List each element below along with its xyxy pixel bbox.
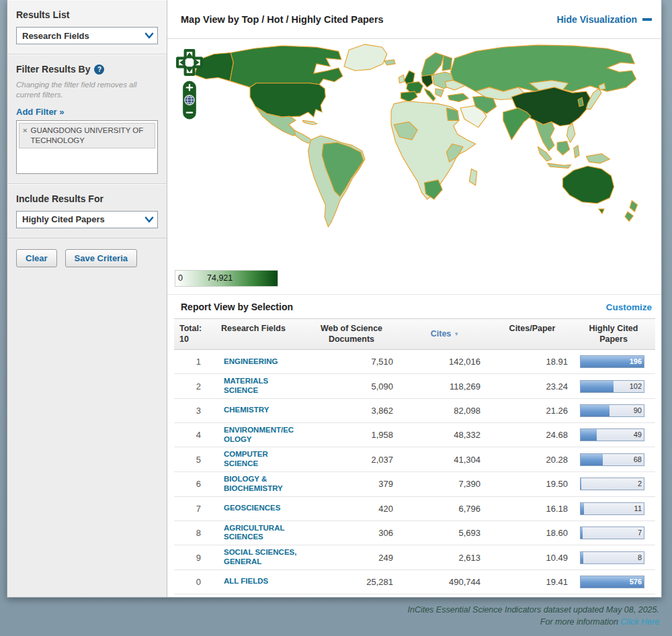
row-rank: 1	[174, 354, 208, 369]
table-row: 7 GEOSCIENCES 420 6,796 16.18 11	[174, 497, 655, 521]
row-bar: 102	[580, 380, 644, 393]
row-field-link[interactable]: ALL FIELDS	[210, 577, 299, 586]
row-cites-per-paper: 20.28	[489, 452, 576, 467]
hide-visualization-link[interactable]: Hide Visualization	[556, 14, 652, 25]
help-icon[interactable]: ?	[94, 64, 104, 75]
filter-tag: × GUANGDONG UNIVERSITY OF TECHNOLOGY	[19, 123, 155, 148]
total-header: Total: 10	[174, 319, 208, 349]
map-pan-control[interactable]	[175, 48, 204, 77]
filter-tag-label: GUANGDONG UNIVERSITY OF TECHNOLOGY	[30, 126, 151, 146]
row-cites: 82,098	[401, 403, 489, 418]
row-field-link[interactable]: COMPUTER SCIENCE	[210, 450, 299, 469]
row-bar-fill	[581, 527, 583, 539]
island-borneo	[557, 141, 570, 155]
row-bar: 576	[580, 576, 644, 588]
collapse-icon	[642, 18, 652, 21]
table-row: 6 BIOLOGY & BIOCHEMISTRY 379 7,390 19.50…	[174, 472, 655, 497]
add-filter-link[interactable]: Add Filter »	[16, 107, 65, 117]
row-field-link[interactable]: SOCIAL SCIENCES, GENERAL	[210, 548, 299, 567]
row-bar: 68	[580, 453, 644, 466]
row-bar-fill	[581, 552, 583, 563]
row-bar-fill	[581, 405, 610, 416]
row-rank: 3	[174, 403, 208, 418]
row-bar: 2	[580, 478, 644, 490]
column-header-cites-per-paper[interactable]: Cites/Paper	[489, 319, 576, 349]
column-header-highly-cited[interactable]: Highly Cited Papers	[576, 319, 651, 349]
dataset-updated-text: InCites Essential Science Indicators dat…	[7, 604, 659, 616]
column-header-cites[interactable]: Cites ▼	[401, 319, 489, 349]
table-row: 2 MATERIALS SCIENCE 5,090 118,269 23.24 …	[174, 374, 655, 399]
chevron-down-icon	[144, 32, 154, 39]
country-iceland	[384, 60, 395, 65]
results-list-select[interactable]: Research Fields	[16, 27, 158, 44]
region-balkans	[435, 89, 444, 97]
customize-link[interactable]: Customize	[606, 302, 652, 312]
country-canada	[230, 46, 343, 87]
column-header-documents[interactable]: Web of Science Documents	[302, 319, 401, 349]
country-cuba	[302, 120, 317, 124]
country-finland	[442, 56, 452, 71]
country-spain	[401, 91, 417, 101]
row-field-link[interactable]: AGRICULTURAL SCIENCES	[210, 524, 299, 543]
sidebar: Results List Research Fields Filter Resu…	[7, 0, 167, 597]
row-cites: 6,796	[401, 501, 489, 516]
row-cites: 2,613	[401, 550, 489, 565]
row-cites-per-paper: 24.68	[489, 427, 576, 443]
column-header-research-fields[interactable]: Research Fields	[208, 319, 302, 349]
row-cites: 41,304	[401, 452, 489, 467]
map-visualization[interactable]: 0 74,921	[167, 39, 661, 295]
region-central-america	[294, 130, 312, 144]
row-documents: 2,037	[302, 452, 401, 467]
row-cites-per-paper: 16.18	[489, 501, 576, 516]
island-java	[548, 163, 571, 168]
map-zoom-control[interactable]	[182, 81, 197, 120]
row-bar-value: 7	[638, 529, 642, 537]
region-indochina	[535, 120, 554, 150]
row-documents: 3,862	[302, 403, 401, 418]
row-bar-value: 2	[638, 480, 642, 488]
row-documents: 306	[302, 525, 401, 541]
row-field-link[interactable]: MATERIALS SCIENCE	[210, 377, 299, 396]
report-table-body: 1 ENGINEERING 7,510 142,016 18.91 196 2 …	[174, 350, 655, 594]
world-map[interactable]	[178, 43, 648, 230]
include-results-select[interactable]: Highly Cited Papers	[16, 211, 158, 228]
country-madagascar	[469, 169, 476, 185]
island-new-guinea	[586, 154, 610, 163]
row-bar-fill	[581, 429, 597, 441]
sort-desc-icon: ▼	[454, 331, 459, 338]
click-here-link[interactable]: Click Here	[620, 617, 659, 627]
clear-button[interactable]: Clear	[16, 249, 57, 267]
row-bar: 7	[580, 527, 644, 539]
row-bar-value: 102	[630, 382, 642, 390]
table-row: 3 CHEMISTRY 3,862 82,098 21.26 90	[174, 399, 655, 423]
row-rank: 7	[174, 501, 208, 516]
row-field-link[interactable]: BIOLOGY & BIOCHEMISTRY	[210, 475, 299, 494]
table-row: 5 COMPUTER SCIENCE 2,037 41,304 20.28 68	[174, 447, 655, 472]
save-criteria-button[interactable]: Save Criteria	[65, 249, 138, 267]
row-bar-value: 49	[634, 430, 642, 439]
row-cites-per-paper: 18.60	[489, 525, 576, 541]
map-legend: 0 74,921	[175, 270, 278, 287]
include-results-title: Include Results For	[16, 193, 158, 204]
total-value: 10	[179, 334, 205, 345]
row-cites: 142,016	[401, 354, 489, 369]
row-cites: 7,390	[401, 476, 489, 492]
country-korea	[578, 97, 583, 106]
globe-icon	[184, 95, 195, 105]
row-rank: 4	[174, 427, 208, 443]
row-field-link[interactable]: ENVIRONMENT/ECOLOGY	[210, 426, 299, 445]
row-cites: 5,693	[401, 525, 489, 541]
row-bar-fill	[581, 381, 614, 392]
remove-filter-icon[interactable]: ×	[23, 126, 27, 146]
row-field-link[interactable]: GEOSCIENCES	[210, 504, 299, 513]
row-cites-per-paper: 18.91	[489, 354, 576, 369]
row-bar: 8	[580, 551, 644, 564]
row-field-link[interactable]: CHEMISTRY	[210, 406, 299, 415]
report-view-title: Report View by Selection	[181, 302, 293, 312]
row-documents: 25,281	[302, 574, 401, 590]
filter-title: Filter Results By	[16, 64, 90, 75]
row-cites: 118,269	[401, 379, 489, 394]
country-australia	[562, 166, 614, 203]
content-panel: Results List Research Fields Filter Resu…	[7, 0, 662, 598]
row-field-link[interactable]: ENGINEERING	[210, 357, 299, 367]
